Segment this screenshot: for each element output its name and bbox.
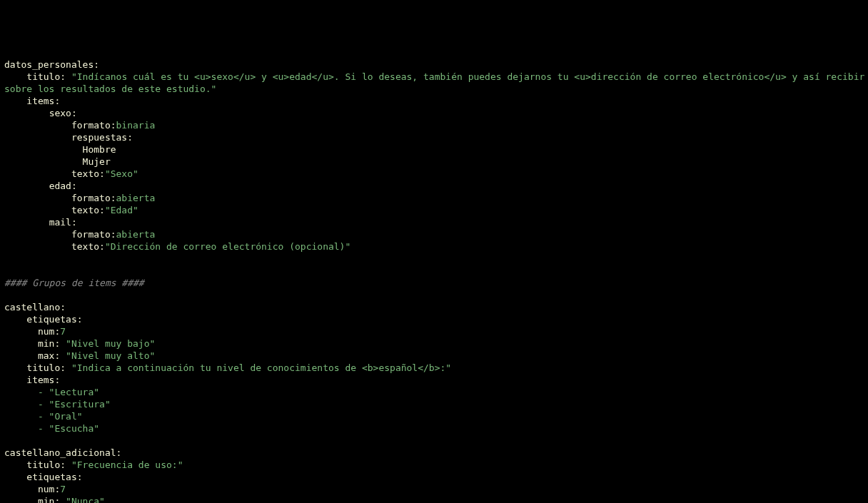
key-castellano-adicional: castellano_adicional: xyxy=(4,447,121,458)
key-respuestas: respuestas: xyxy=(71,132,133,143)
val-min: "Nivel muy bajo" xyxy=(66,338,155,349)
key-min: min: xyxy=(38,338,60,349)
val-titulo-castellano: "Indica a continuación tu nivel de conoc… xyxy=(71,362,451,373)
key-edad: edad: xyxy=(49,181,77,191)
key-titulo: titulo: xyxy=(26,459,66,470)
key-sexo: sexo: xyxy=(49,108,77,118)
key-min: min: xyxy=(38,496,60,503)
val-titulo-adicional: "Frecuencia de uso:" xyxy=(71,459,183,470)
key-num: num: xyxy=(38,326,60,337)
val-hombre: Hombre xyxy=(83,144,116,155)
key-num: num: xyxy=(38,484,60,494)
key-datos-personales: datos_personales: xyxy=(4,59,99,70)
key-max: max: xyxy=(38,350,60,361)
item-escritura: - "Escritura" xyxy=(38,399,111,410)
val-texto-edad: "Edad" xyxy=(105,205,138,215)
val-texto-mail: "Dirección de correo electrónico (opcion… xyxy=(105,241,350,252)
val-formato-abierta: abierta xyxy=(116,193,156,203)
val-titulo-line1: "Indícanos cuál es tu <u>sexo</u> y <u>e… xyxy=(71,71,868,82)
val-mujer: Mujer xyxy=(83,156,111,167)
key-formato: formato: xyxy=(71,120,116,131)
val-max: "Nivel muy alto" xyxy=(66,350,155,361)
key-etiquetas: etiquetas: xyxy=(26,472,82,482)
key-texto: texto: xyxy=(71,168,105,179)
val-formato-abierta: abierta xyxy=(116,229,156,240)
item-oral: - "Oral" xyxy=(38,411,83,422)
key-titulo: titulo: xyxy=(26,71,66,82)
yaml-code-block: datos_personales: titulo: "Indícanos cuá… xyxy=(4,59,864,503)
key-etiquetas: etiquetas: xyxy=(26,314,82,325)
key-texto: texto: xyxy=(71,241,105,252)
key-mail: mail: xyxy=(49,217,77,228)
val-min: "Nunca" xyxy=(66,496,105,503)
val-num: 7 xyxy=(60,326,66,337)
val-titulo-line2: sobre los resultados de este estudio." xyxy=(4,83,216,94)
key-formato: formato: xyxy=(71,229,116,240)
item-lectura: - "Lectura" xyxy=(38,387,99,397)
key-titulo: titulo: xyxy=(26,362,66,373)
key-items: items: xyxy=(26,96,60,106)
key-castellano: castellano: xyxy=(4,302,66,313)
key-items: items: xyxy=(26,375,60,385)
val-formato-binaria: binaria xyxy=(116,120,156,131)
val-texto-sexo: "Sexo" xyxy=(105,168,138,179)
item-escucha: - "Escucha" xyxy=(38,423,99,434)
val-num: 7 xyxy=(60,484,66,494)
key-texto: texto: xyxy=(71,205,105,215)
key-formato: formato: xyxy=(71,193,116,203)
section-comment: #### Grupos de items #### xyxy=(4,278,144,288)
